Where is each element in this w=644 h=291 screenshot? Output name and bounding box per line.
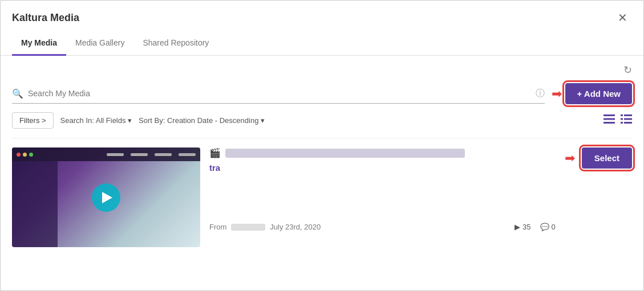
svg-rect-5: [621, 118, 623, 120]
comments-stat: 💬 0: [540, 223, 556, 231]
toolbar-row: ↻: [12, 64, 632, 76]
detailed-list-view-button[interactable]: [621, 114, 632, 126]
svg-rect-6: [624, 118, 632, 120]
svg-rect-8: [624, 122, 632, 124]
modal-header: Kaltura Media ✕ My Media Media Gallery S…: [1, 1, 643, 56]
add-new-button[interactable]: + Add New: [565, 83, 632, 104]
search-in-dropdown[interactable]: Search In: All Fields ▾: [60, 116, 132, 125]
thumbnail-overlay: [12, 147, 200, 247]
svg-rect-3: [621, 114, 623, 116]
plays-count: 35: [523, 223, 530, 231]
modal-title: Kaltura Media: [12, 12, 79, 24]
media-item: 🎬 tra From July 23rd, 2020 ▶ 35 💬: [12, 138, 632, 247]
media-info: 🎬 tra From July 23rd, 2020 ▶ 35 💬: [209, 147, 556, 231]
play-triangle-icon: [102, 192, 112, 203]
play-button[interactable]: [92, 183, 120, 212]
arrow-add-icon: ➡: [552, 87, 562, 101]
search-input[interactable]: [28, 89, 531, 98]
select-button[interactable]: Select: [582, 147, 632, 169]
svg-rect-0: [604, 114, 615, 116]
media-meta: From July 23rd, 2020 ▶ 35 💬 0: [209, 223, 556, 231]
sort-by-dropdown[interactable]: Sort By: Creation Date - Descending ▾: [139, 116, 265, 125]
media-title-partial[interactable]: tra: [209, 163, 556, 173]
list-view-button[interactable]: [604, 114, 615, 126]
search-icon: 🔍: [12, 88, 23, 99]
comments-count: 0: [552, 223, 556, 231]
search-container: 🔍 ⓘ: [12, 84, 545, 104]
filters-button[interactable]: Filters >: [12, 112, 54, 129]
media-title-blurred: [225, 149, 465, 158]
filters-row: Filters > Search In: All Fields ▾ Sort B…: [12, 112, 632, 129]
tab-media-gallery[interactable]: Media Gallery: [66, 31, 133, 56]
tab-shared-repository[interactable]: Shared Repository: [133, 31, 218, 56]
media-date: July 23rd, 2020: [270, 223, 321, 231]
svg-rect-7: [621, 122, 623, 124]
tabs-row: My Media Media Gallery Shared Repository: [12, 31, 632, 55]
comment-stat-icon: 💬: [540, 223, 549, 231]
info-icon[interactable]: ⓘ: [536, 88, 545, 100]
search-add-row: 🔍 ⓘ ➡ + Add New: [12, 83, 632, 104]
media-thumbnail: [12, 147, 200, 247]
svg-rect-1: [604, 118, 615, 120]
add-new-wrapper: ➡ + Add New: [552, 83, 632, 104]
meta-source-blurred: [231, 224, 265, 231]
svg-rect-2: [604, 122, 615, 124]
from-label: From: [209, 223, 226, 231]
plays-stat: ▶ 35: [515, 223, 530, 231]
kaltura-modal: Kaltura Media ✕ My Media Media Gallery S…: [0, 0, 644, 291]
video-icon: 🎬: [209, 147, 221, 158]
meta-stats: ▶ 35 💬 0: [515, 223, 556, 231]
svg-rect-4: [624, 114, 632, 116]
select-area: ➡ Select: [565, 147, 632, 169]
media-type-row: 🎬: [209, 147, 556, 158]
modal-body: ↻ 🔍 ⓘ ➡ + Add New Filters > Search In: A…: [1, 56, 643, 290]
play-stat-icon: ▶: [515, 223, 520, 231]
close-button[interactable]: ✕: [613, 10, 632, 26]
refresh-button[interactable]: ↻: [623, 64, 632, 76]
view-icons: [604, 114, 632, 126]
tab-my-media[interactable]: My Media: [12, 31, 66, 56]
arrow-select-icon: ➡: [565, 151, 575, 166]
